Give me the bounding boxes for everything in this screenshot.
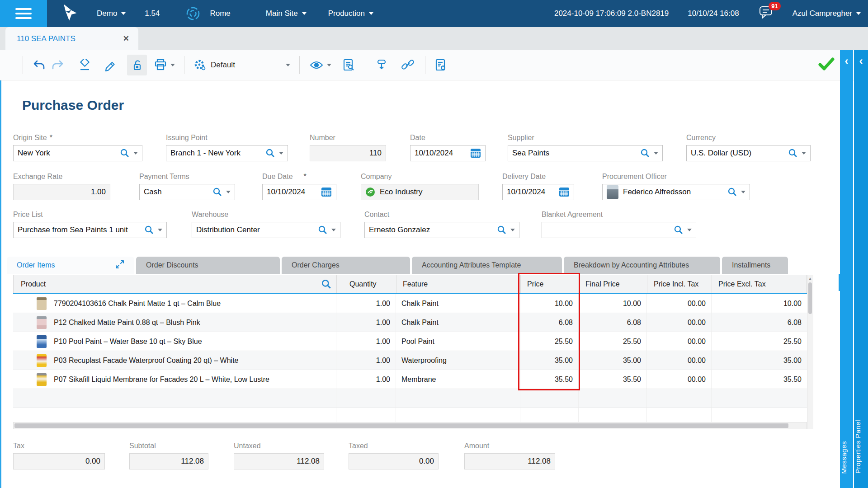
search-icon[interactable] <box>640 148 650 158</box>
table-row[interactable]: P07 Sikafill Liquid Membrane for Facades… <box>13 370 807 389</box>
tab-accounting-attributes-template[interactable]: Accounting Attributes Template <box>412 257 562 274</box>
date-input[interactable]: 10/10/2024 <box>410 145 486 161</box>
document-tab-strip: 110 SEA PAINTS ✕ <box>0 27 868 50</box>
horizontal-scrollbar[interactable] <box>13 422 807 429</box>
table-row-empty[interactable] <box>13 408 807 422</box>
system-datetime: 10/10/24 16:08 <box>688 9 739 18</box>
table-row[interactable]: P10 Pool Paint – Water Base 10 qt – Sky … <box>13 332 807 351</box>
tab-order-items[interactable]: Order Items <box>7 257 134 274</box>
chevron-down-icon[interactable] <box>687 229 692 231</box>
print-button[interactable] <box>153 58 175 72</box>
environment-dropdown[interactable]: Demo <box>97 9 126 18</box>
origin-site-input[interactable]: New York <box>13 145 142 161</box>
link-button[interactable] <box>398 55 418 75</box>
table-row[interactable]: P03 Recuplast Facade Waterproof Coating … <box>13 351 807 370</box>
untaxed-value: 112.08 <box>238 457 320 466</box>
origin-site-label: Origin Site <box>13 134 47 141</box>
document-tab[interactable]: 110 SEA PAINTS ✕ <box>5 27 138 50</box>
chevron-down-icon[interactable] <box>510 229 515 231</box>
search-icon[interactable] <box>321 279 332 290</box>
messages-button[interactable]: 91 <box>758 5 774 22</box>
toolbar: Default <box>0 50 868 80</box>
payment-terms-input[interactable]: Cash <box>139 184 235 200</box>
delivery-date-field: Delivery Date 10/10/2024 <box>502 173 574 200</box>
search-icon[interactable] <box>265 148 275 158</box>
table-row[interactable]: 7790204103616 Chalk Paint Matte 1 qt – C… <box>13 294 807 313</box>
chevron-down-icon[interactable] <box>133 152 138 155</box>
chevron-down-icon[interactable] <box>654 152 658 155</box>
chevron-down-icon[interactable] <box>741 191 745 193</box>
document-cancel-button[interactable] <box>431 55 451 75</box>
expand-icon[interactable] <box>115 260 124 271</box>
search-icon[interactable] <box>144 225 154 235</box>
app-logo-bird-icon[interactable] <box>59 3 79 25</box>
delivery-date-input[interactable]: 10/10/2024 <box>502 184 574 200</box>
search-icon[interactable] <box>212 187 222 197</box>
chevron-down-icon[interactable] <box>331 229 336 231</box>
company-value: Eco Industry <box>380 188 474 197</box>
exchange-rate-value: 1.00 <box>18 188 106 197</box>
search-icon[interactable] <box>674 225 684 235</box>
scrollbar-thumb[interactable] <box>14 423 788 428</box>
chevron-down-icon[interactable] <box>279 152 283 155</box>
hamburger-menu-icon[interactable] <box>0 0 47 27</box>
collapse-chevron-icon[interactable]: ‹ <box>840 50 853 72</box>
chevron-down-icon <box>302 12 307 15</box>
origin-site-value: New York <box>18 149 117 158</box>
hierarchy-button[interactable] <box>372 55 392 75</box>
calendar-icon[interactable] <box>559 187 570 197</box>
tab-installments[interactable]: Installments <box>722 257 788 274</box>
search-icon[interactable] <box>318 225 328 235</box>
profile-dropdown[interactable]: Default <box>190 59 294 71</box>
table-row[interactable]: P12 Chalked Matte Paint 0.88 qt – Blush … <box>13 313 807 332</box>
undo-button[interactable] <box>28 55 48 75</box>
due-date-input[interactable]: 10/10/2024 <box>262 184 336 200</box>
issuing-point-input[interactable]: Branch 1 - New York <box>166 145 288 161</box>
price-list-input[interactable]: Purchase from Sea Paints 1 unit <box>13 222 167 238</box>
edit-pen-button[interactable] <box>101 55 121 75</box>
warehouse-input[interactable]: Distribution Center <box>192 222 340 238</box>
scroll-up-icon[interactable]: ▲ <box>808 277 812 281</box>
final-price-cell: 35.00 <box>579 351 647 370</box>
vertical-scrollbar[interactable]: ▲ <box>807 275 813 429</box>
record-ok-indicator <box>817 56 835 74</box>
close-icon[interactable]: ✕ <box>123 34 129 43</box>
unlock-button[interactable] <box>127 55 147 75</box>
price-excl-tax-cell: 35.00 <box>712 351 807 370</box>
mode-dropdown[interactable]: Production <box>328 9 373 18</box>
chevron-down-icon[interactable] <box>158 229 162 231</box>
search-icon[interactable] <box>497 225 507 235</box>
supplier-input[interactable]: Sea Paints <box>508 145 663 161</box>
search-icon[interactable] <box>120 148 130 158</box>
user-menu[interactable]: Azul Campregher <box>793 9 861 18</box>
clear-eraser-button[interactable] <box>75 55 94 75</box>
calendar-icon[interactable] <box>321 187 332 197</box>
messages-panel-strip[interactable]: ‹ Messages <box>840 50 853 488</box>
search-icon[interactable] <box>788 148 798 158</box>
table-row-empty[interactable] <box>13 389 807 408</box>
contact-input[interactable]: Ernesto Gonzalez <box>364 222 519 238</box>
procurement-officer-input[interactable]: Federico Alfredsson <box>602 184 750 200</box>
collapse-chevron-icon[interactable]: ‹ <box>854 50 868 72</box>
exchange-rate-field: Exchange Rate 1.00 <box>13 173 110 200</box>
blanket-agreement-input[interactable] <box>542 222 696 238</box>
scrollbar-thumb[interactable] <box>808 282 812 314</box>
calendar-icon[interactable] <box>470 148 481 158</box>
site-dropdown[interactable]: Main Site <box>266 9 307 18</box>
tab-breakdown-by-accounting-attributes[interactable]: Breakdown by Accounting Attributes <box>564 257 720 274</box>
chevron-down-icon[interactable] <box>226 191 231 193</box>
redo-button[interactable] <box>48 55 68 75</box>
version-label: 1.54 <box>145 9 160 18</box>
tab-order-discounts[interactable]: Order Discounts <box>136 257 280 274</box>
panel-resize-handle[interactable] <box>839 274 840 291</box>
search-icon[interactable] <box>727 187 737 197</box>
chevron-down-icon[interactable] <box>802 152 806 155</box>
tab-order-charges[interactable]: Order Charges <box>282 257 410 274</box>
supplier-label: Supplier <box>508 134 534 141</box>
view-options-button[interactable] <box>309 59 331 71</box>
currency-input[interactable]: U.S. Dollar (USD) <box>686 145 811 161</box>
properties-panel-strip[interactable]: ‹ Properties Panel <box>854 50 868 488</box>
column-header-feature: Feature <box>396 275 521 293</box>
taxed-label: Taxed <box>349 442 368 450</box>
document-search-button[interactable] <box>339 55 359 75</box>
